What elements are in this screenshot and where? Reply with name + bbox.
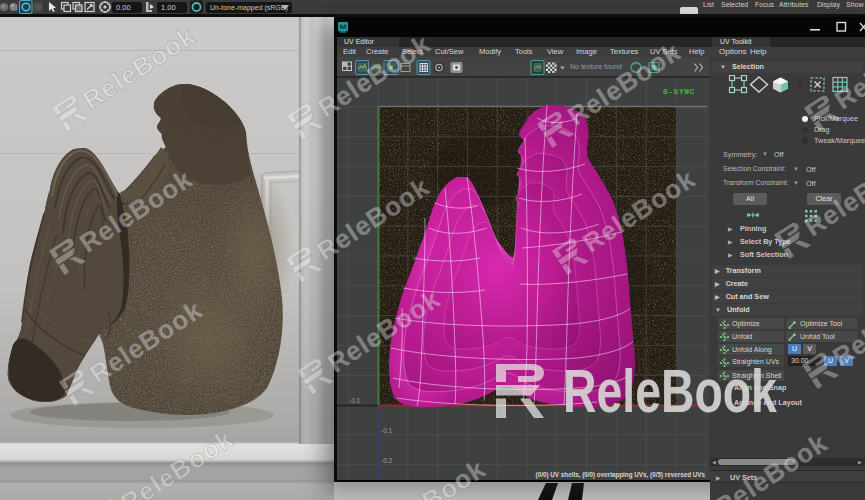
svg-text:-0.1: -0.1 [349,397,361,404]
svg-text:-0.2: -0.2 [381,457,393,464]
svg-text:-0.1: -0.1 [381,427,393,434]
svg-text:(0/0) UV shells, (0/0) overlap: (0/0) UV shells, (0/0) overlapping UVs, … [536,471,706,479]
svg-text:G-SYNC: G-SYNC [663,87,695,96]
